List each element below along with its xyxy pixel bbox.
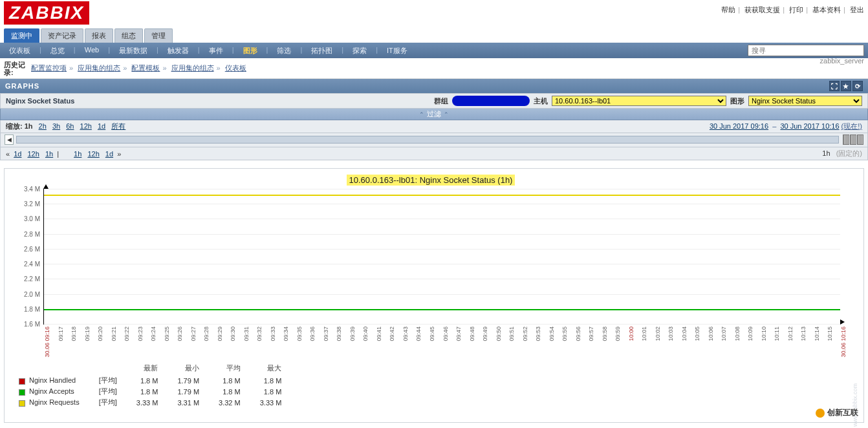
y-tick: 2.0 M	[24, 290, 40, 297]
scroll-track[interactable]	[16, 136, 839, 144]
nav-fwd-12h[interactable]: 12h	[87, 150, 99, 158]
x-tick: 09:54	[548, 326, 555, 341]
zoom-label: 缩放:	[6, 122, 23, 131]
link-help[interactable]: 帮助	[721, 6, 735, 14]
crumb-2[interactable]: 配置模板	[131, 64, 160, 72]
main-tabs: 监测中 资产记录 报表 组态 管理	[0, 28, 868, 43]
x-tick: 09:50	[495, 326, 502, 341]
crumb-4[interactable]: 仪表板	[225, 64, 246, 72]
subnav-screens[interactable]: 筛选	[272, 43, 296, 58]
x-tick: 09:25	[164, 326, 170, 341]
section-bar: GRAPHS ⛶ ★ ⟳	[0, 79, 868, 93]
zoom-1d[interactable]: 1d	[98, 122, 105, 130]
zoom-all[interactable]: 所有	[111, 122, 125, 130]
zoom-2h[interactable]: 2h	[39, 122, 47, 130]
x-tick: 10:08	[734, 326, 741, 341]
redacted-group	[452, 96, 530, 106]
tab-configuration[interactable]: 组态	[114, 28, 143, 43]
fullscreen-icon[interactable]: ⛶	[829, 81, 840, 91]
legend-row: Nginx Handled[平均]1.8 M1.79 M1.8 M1.8 M	[17, 376, 290, 385]
link-support[interactable]: 获获取支援	[744, 6, 780, 14]
graph-select[interactable]: Nginx Socket Status	[748, 96, 862, 106]
x-tick: 10:13	[800, 326, 807, 341]
subnav-dashboard[interactable]: 仪表板	[4, 43, 36, 58]
tab-monitoring[interactable]: 监测中	[4, 28, 39, 43]
tab-administration[interactable]: 管理	[144, 28, 173, 43]
x-tick: 10:01	[641, 326, 647, 341]
subnav-latest[interactable]: 最新数据	[114, 43, 153, 58]
crumb-3[interactable]: 应用集的组态	[171, 64, 214, 72]
y-tick: 3.4 M	[24, 186, 40, 193]
scroll-handle-right[interactable]	[850, 134, 856, 145]
zoom-12h[interactable]: 12h	[80, 122, 92, 130]
legend-row: Nginx Requests[平均]3.33 M3.31 M3.32 M3.33…	[17, 398, 290, 407]
tab-reports[interactable]: 报表	[85, 28, 113, 43]
x-tick: 09:41	[376, 326, 382, 341]
x-tick: 09:51	[508, 326, 515, 341]
zabbix-logo: ZABBIX	[4, 1, 89, 25]
chevron-up-icon: ⌃	[444, 111, 449, 118]
refresh-icon[interactable]: ⟳	[852, 81, 863, 91]
nav-fixed: (固定的)	[836, 149, 862, 157]
subnav-web[interactable]: Web	[80, 43, 104, 58]
link-logout[interactable]: 登出	[850, 6, 864, 14]
x-tick: 09:27	[190, 326, 197, 341]
time-from[interactable]: 30 Jun 2017 09:16	[710, 122, 768, 130]
x-tick: 09:39	[349, 326, 356, 341]
y-tick: 3.2 M	[24, 200, 40, 208]
subnav-maps[interactable]: 拓扑图	[306, 43, 338, 58]
time-to[interactable]: 30 Jun 2017 10:16	[780, 122, 839, 130]
x-tick: 10:11	[774, 326, 780, 341]
graph-label: 图形	[730, 96, 744, 106]
time-scrollbar[interactable]: ◀	[0, 133, 868, 147]
zabbix-watermark: www.zabbix.com	[852, 383, 858, 427]
y-tick: 2.8 M	[24, 230, 40, 237]
subnav-overview[interactable]: 总览	[45, 43, 70, 58]
nav-fwd-1h[interactable]: 1h	[74, 150, 81, 158]
nav-fwd-1d[interactable]: 1d	[105, 150, 113, 158]
filter-collapse[interactable]: ⌃ 过滤 ⌃	[0, 109, 868, 120]
history-bar: 历史记录: 配置监控项» 应用集的组态» 配置模板» 应用集的组态» 仪表板	[0, 58, 868, 79]
link-profile[interactable]: 基本资料	[812, 6, 841, 14]
x-tick: 10:12	[787, 326, 794, 341]
x-tick: 09:34	[283, 326, 289, 341]
nav-back-1h[interactable]: 1h	[45, 150, 53, 158]
x-tick: 09:42	[389, 326, 395, 341]
scroll-left-icon[interactable]: ◀	[5, 134, 14, 145]
y-tick: 1.8 M	[24, 305, 40, 312]
time-now[interactable]: (现在!)	[841, 122, 862, 130]
nav-back-12h[interactable]: 12h	[28, 150, 39, 158]
subnav-graphs[interactable]: 图形	[238, 43, 263, 58]
search-input[interactable]	[748, 45, 864, 56]
x-tick: 10:14	[814, 326, 820, 341]
scroll-handle-end[interactable]	[857, 134, 863, 145]
zoom-6h[interactable]: 6h	[66, 122, 74, 130]
x-tick: 09:29	[217, 326, 223, 341]
zoom-row: 缩放: 1h 2h 3h 6h 12h 1d 所有 30 Jun 2017 09…	[0, 120, 868, 133]
x-tick: 09:31	[243, 326, 250, 341]
favorite-icon[interactable]: ★	[841, 81, 851, 91]
legend-swatch	[19, 400, 25, 407]
tab-inventory[interactable]: 资产记录	[41, 28, 83, 43]
zoom-3h[interactable]: 3h	[52, 122, 60, 130]
x-tick: 10:15	[827, 326, 833, 341]
crumb-1[interactable]: 应用集的组态	[78, 64, 120, 72]
history-label: 历史记录:	[4, 61, 31, 76]
x-tick: 09:28	[203, 326, 210, 341]
x-tick: 09:35	[296, 326, 303, 341]
x-tick: 09:45	[429, 326, 435, 341]
brand-watermark: 创新互联	[816, 407, 858, 418]
crumb-0[interactable]: 配置监控项	[31, 64, 67, 72]
nav-back-1d[interactable]: 1d	[14, 150, 21, 158]
subnav-triggers[interactable]: 触发器	[162, 43, 194, 58]
link-print[interactable]: 打印	[789, 6, 803, 14]
scroll-handle-left[interactable]	[843, 134, 849, 145]
subnav-itservices[interactable]: IT服务	[382, 43, 413, 58]
zoom-1h[interactable]: 1h	[25, 122, 33, 130]
x-tick: 09:32	[256, 326, 263, 341]
subnav-events[interactable]: 事件	[204, 43, 228, 58]
subnav-discovery[interactable]: 探索	[347, 43, 372, 58]
host-select[interactable]: 10.60.0.163--lb01	[552, 96, 726, 106]
y-tick: 2.6 M	[24, 245, 40, 252]
zoom-nav-bottom: « 1d 12h 1h | 1h 12h 1d » 1h (固定的)	[0, 147, 868, 160]
